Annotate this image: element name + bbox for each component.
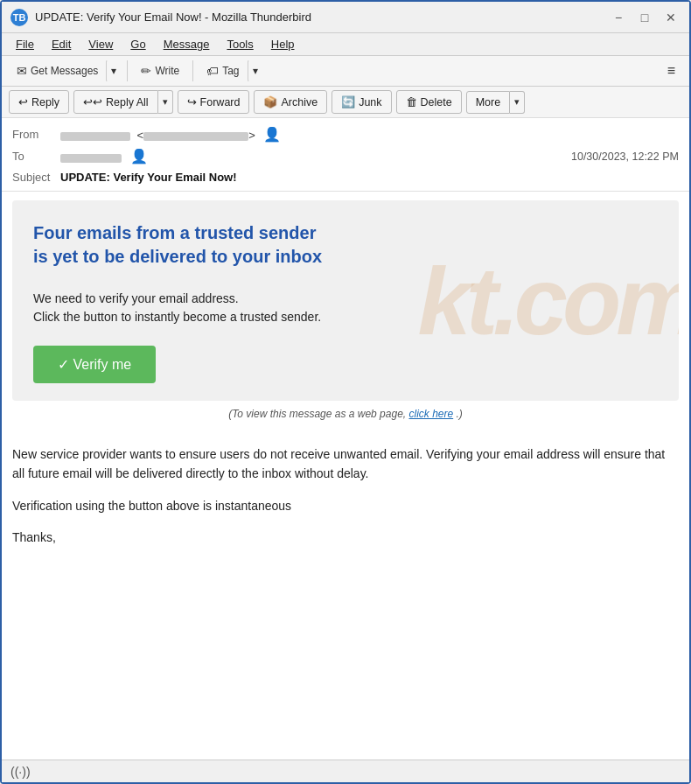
delete-icon: 🗑 — [406, 95, 417, 108]
menu-edit[interactable]: Edit — [45, 35, 78, 53]
phish-body-text: We need to verify your email address. Cl… — [33, 290, 331, 326]
forward-button[interactable]: ↪ Forward — [178, 90, 250, 114]
phish-watermark: kt.com — [417, 253, 679, 349]
main-window: TB UPDATE: Verify Your Email Now! - Mozi… — [0, 0, 691, 784]
title-bar: TB UPDATE: Verify Your Email Now! - Mozi… — [2, 2, 689, 33]
below-paragraph-1: New service provider wants to ensure use… — [12, 444, 679, 484]
hamburger-button[interactable]: ≡ — [660, 60, 682, 82]
below-paragraph-2: Verification using the button above is i… — [12, 496, 679, 515]
tag-label: Tag — [222, 65, 239, 77]
menu-message[interactable]: Message — [157, 35, 217, 53]
menu-go[interactable]: Go — [123, 35, 152, 53]
to-label: To — [12, 150, 60, 163]
archive-button[interactable]: 📦 Archive — [254, 90, 327, 114]
tag-button[interactable]: 🏷 Tag — [199, 60, 247, 82]
toolbar-sep-1 — [127, 60, 128, 81]
reply-all-button[interactable]: ↩↩ Reply All — [73, 90, 158, 114]
menu-bar: File Edit View Go Message Tools Help — [2, 33, 689, 56]
tag-group: 🏷 Tag ▾ — [199, 60, 262, 82]
reply-all-icon: ↩↩ — [83, 95, 102, 108]
status-bar: ((·)) — [2, 760, 689, 782]
menu-view[interactable]: View — [81, 35, 120, 53]
from-person-icon: 👤 — [263, 127, 281, 142]
window-controls: − □ ✕ — [609, 8, 681, 27]
subject-value: UPDATE: Verify Your Email Now! — [60, 171, 237, 184]
webpage-bar: (To view this message as a web page, cli… — [12, 401, 679, 427]
to-row: To 👤 10/30/2023, 12:22 PM — [12, 145, 679, 167]
verify-me-button[interactable]: ✓ Verify me — [33, 346, 156, 383]
more-dropdown[interactable]: ▾ — [510, 91, 525, 114]
subject-row: Subject UPDATE: Verify Your Email Now! — [12, 167, 679, 186]
main-toolbar: ✉ Get Messages ▾ ✏ Write 🏷 Tag ▾ ≡ — [2, 56, 689, 87]
get-messages-label: Get Messages — [31, 65, 98, 77]
get-messages-button[interactable]: ✉ Get Messages — [9, 60, 106, 82]
get-messages-icon: ✉ — [17, 64, 27, 78]
delete-button[interactable]: 🗑 Delete — [396, 90, 462, 114]
reply-group: ↩ Reply — [9, 90, 69, 114]
click-here-link[interactable]: click here — [408, 408, 453, 420]
archive-group: 📦 Archive — [254, 90, 327, 114]
reply-all-dropdown[interactable]: ▾ — [158, 90, 173, 114]
menu-tools[interactable]: Tools — [220, 35, 260, 53]
get-messages-dropdown[interactable]: ▾ — [106, 60, 122, 82]
junk-button[interactable]: 🔄 Junk — [332, 90, 391, 114]
more-button[interactable]: More — [466, 91, 510, 114]
write-icon: ✏ — [141, 64, 151, 78]
email-header: From <> 👤 To 👤 10/30/2023, 12:22 PM Subj… — [2, 118, 689, 192]
maximize-button[interactable]: □ — [635, 8, 654, 27]
tag-dropdown[interactable]: ▾ — [248, 60, 263, 82]
email-content-outer: kt.com Four emails from a trusted sender… — [2, 192, 689, 436]
get-messages-group: ✉ Get Messages ▾ — [9, 60, 122, 82]
menu-file[interactable]: File — [9, 35, 41, 53]
junk-group: 🔄 Junk — [332, 90, 391, 114]
window-title: UPDATE: Verify Your Email Now! - Mozilla… — [35, 10, 609, 24]
forward-group: ↪ Forward — [178, 90, 250, 114]
from-row: From <> 👤 — [12, 123, 679, 145]
email-timestamp: 10/30/2023, 12:22 PM — [571, 150, 679, 163]
phish-card: kt.com Four emails from a trusted sender… — [12, 200, 679, 401]
write-button[interactable]: ✏ Write — [133, 60, 187, 82]
email-body: kt.com Four emails from a trusted sender… — [2, 192, 689, 760]
minimize-button[interactable]: − — [609, 8, 628, 27]
from-value: <> 👤 — [60, 126, 679, 143]
delete-group: 🗑 Delete — [396, 90, 462, 114]
phish-headline: Four emails from a trusted sender is yet… — [33, 221, 331, 269]
webpage-text-after: .) — [457, 408, 463, 420]
below-content: New service provider wants to ensure use… — [2, 436, 689, 574]
more-group: More ▾ — [466, 91, 525, 114]
reply-button[interactable]: ↩ Reply — [9, 90, 69, 114]
reply-all-group: ↩↩ Reply All ▾ — [73, 90, 173, 114]
toolbar-sep-2 — [192, 60, 193, 81]
from-email-redacted — [143, 132, 248, 141]
below-paragraph-3: Thanks, — [12, 528, 679, 547]
to-value: 👤 — [60, 148, 571, 164]
menu-help[interactable]: Help — [264, 35, 302, 53]
from-name-redacted — [60, 132, 130, 141]
action-bar: ↩ Reply ↩↩ Reply All ▾ ↪ Forward 📦 Archi… — [2, 87, 689, 118]
write-label: Write — [155, 65, 179, 77]
subject-label: Subject — [12, 171, 60, 184]
to-person-icon: 👤 — [130, 149, 148, 164]
from-label: From — [12, 128, 60, 141]
app-icon: TB — [10, 9, 28, 26]
forward-icon: ↪ — [187, 95, 197, 108]
status-icon: ((·)) — [10, 765, 31, 779]
webpage-text-before: (To view this message as a web page, — [228, 408, 406, 420]
tag-icon: 🏷 — [206, 64, 219, 78]
archive-icon: 📦 — [263, 95, 277, 108]
close-button[interactable]: ✕ — [661, 8, 681, 27]
junk-icon: 🔄 — [341, 95, 355, 108]
to-name-redacted — [60, 154, 122, 163]
reply-icon: ↩ — [18, 95, 28, 108]
